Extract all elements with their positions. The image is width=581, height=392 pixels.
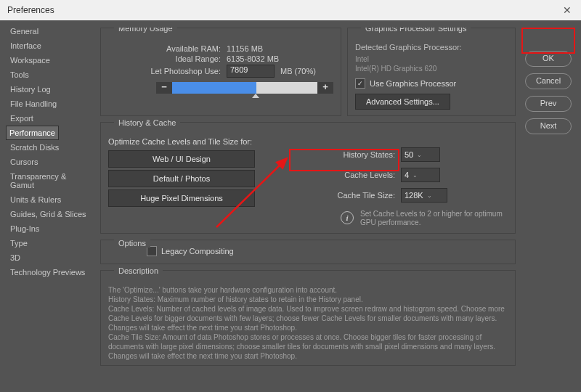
sidebar-item-technology-previews[interactable]: Technology Previews bbox=[6, 265, 92, 279]
memory-usage-group: Memory Usage Available RAM:11156 MB Idea… bbox=[100, 28, 341, 116]
info-icon: i bbox=[341, 211, 354, 224]
preferences-sidebar: General Interface Workspace Tools Histor… bbox=[6, 24, 92, 279]
cache-levels-select[interactable]: 4⌄ bbox=[401, 168, 440, 182]
next-button[interactable]: Next bbox=[525, 118, 572, 134]
cache-levels-label: Cache Levels: bbox=[312, 171, 401, 179]
ok-button[interactable]: OK bbox=[525, 51, 572, 67]
memory-slider[interactable]: − + bbox=[156, 82, 333, 94]
chevron-down-icon: ⌄ bbox=[417, 152, 422, 158]
use-gpu-checkbox[interactable]: ✓ Use Graphics Processor bbox=[355, 78, 456, 89]
sidebar-item-general[interactable]: General bbox=[6, 24, 92, 38]
group-legend: Memory Usage bbox=[114, 28, 177, 33]
slider-minus-button[interactable]: − bbox=[156, 82, 172, 94]
check-icon: ✓ bbox=[355, 78, 365, 89]
gpu-settings-group: Graphics Processor Settings Detected Gra… bbox=[347, 28, 516, 116]
close-icon[interactable]: ✕ bbox=[558, 0, 577, 20]
optimize-default-button[interactable]: Default / Photos bbox=[108, 170, 255, 187]
cache-info-text: Set Cache Levels to 2 or higher for opti… bbox=[360, 210, 505, 227]
group-legend: History & Cache bbox=[114, 118, 180, 127]
slider-plus-button[interactable]: + bbox=[317, 82, 333, 94]
sidebar-item-guides-grid-slices[interactable]: Guides, Grid & Slices bbox=[6, 207, 92, 221]
available-ram-value: 11156 MB bbox=[227, 44, 263, 53]
history-states-label: History States: bbox=[312, 150, 401, 159]
cancel-button[interactable]: Cancel bbox=[525, 73, 572, 89]
detected-gpu-label: Detected Graphics Processor: bbox=[355, 43, 508, 52]
checkbox-empty-icon bbox=[147, 246, 157, 256]
sidebar-item-interface[interactable]: Interface bbox=[6, 38, 92, 53]
chevron-down-icon: ⌄ bbox=[413, 172, 418, 179]
cache-tile-size-select[interactable]: 128K⌄ bbox=[401, 188, 447, 203]
sidebar-item-scratch-disks[interactable]: Scratch Disks bbox=[6, 140, 92, 155]
group-legend: Graphics Processor Settings bbox=[361, 28, 471, 33]
description-group: Description The 'Optimize...' buttons ta… bbox=[100, 270, 516, 366]
prev-button[interactable]: Prev bbox=[525, 96, 572, 112]
sidebar-item-history-log[interactable]: History Log bbox=[6, 82, 92, 97]
title-bar: Preferences ✕ bbox=[0, 0, 581, 20]
dialog-buttons: OK Cancel Prev Next bbox=[525, 51, 570, 141]
slider-marker-icon bbox=[252, 94, 259, 98]
group-legend: Description bbox=[114, 266, 163, 275]
sidebar-item-3d[interactable]: 3D bbox=[6, 250, 92, 265]
sidebar-item-units-rulers[interactable]: Units & Rulers bbox=[6, 192, 92, 207]
memory-use-input[interactable]: 7809 bbox=[227, 65, 275, 78]
sidebar-item-type[interactable]: Type bbox=[6, 236, 92, 250]
sidebar-item-cursors[interactable]: Cursors bbox=[6, 155, 92, 169]
sidebar-item-plug-ins[interactable]: Plug-Ins bbox=[6, 221, 92, 236]
sidebar-item-transparency-gamut[interactable]: Transparency & Gamut bbox=[6, 169, 92, 192]
let-photoshop-use-label: Let Photoshop Use: bbox=[108, 67, 227, 75]
chevron-down-icon: ⌄ bbox=[427, 192, 432, 199]
annotation-box-ok bbox=[521, 28, 575, 54]
group-legend: Options bbox=[114, 239, 150, 248]
optimize-web-button[interactable]: Web / UI Design bbox=[108, 150, 255, 168]
history-states-select[interactable]: 50⌄ bbox=[401, 147, 440, 162]
cache-tile-size-label: Cache Tile Size: bbox=[312, 191, 401, 200]
sidebar-item-performance[interactable]: Performance bbox=[6, 126, 59, 140]
options-group: Options Legacy Compositing bbox=[100, 240, 516, 264]
legacy-compositing-label: Legacy Compositing bbox=[161, 247, 234, 256]
available-ram-label: Available RAM: bbox=[108, 44, 227, 53]
slider-track[interactable] bbox=[172, 82, 317, 94]
sidebar-item-export[interactable]: Export bbox=[6, 111, 92, 126]
description-text: The 'Optimize...' buttons take your hard… bbox=[108, 285, 508, 361]
window-title: Preferences bbox=[7, 5, 54, 15]
sidebar-item-tools[interactable]: Tools bbox=[6, 68, 92, 82]
advanced-settings-button[interactable]: Advanced Settings... bbox=[355, 94, 450, 110]
ideal-range-label: Ideal Range: bbox=[108, 54, 227, 63]
legacy-compositing-checkbox[interactable]: Legacy Compositing bbox=[147, 246, 234, 256]
optimize-label: Optimize Cache Levels and Tile Size for: bbox=[108, 137, 304, 146]
ideal-range-value: 6135-8032 MB bbox=[227, 54, 279, 63]
sidebar-item-file-handling[interactable]: File Handling bbox=[6, 97, 92, 111]
memory-use-suffix: MB (70%) bbox=[280, 67, 316, 75]
detected-gpu-value: IntelIntel(R) HD Graphics 620 bbox=[355, 54, 508, 73]
optimize-huge-button[interactable]: Huge Pixel Dimensions bbox=[108, 189, 255, 207]
use-gpu-label: Use Graphics Processor bbox=[370, 79, 456, 88]
history-cache-group: History & Cache Optimize Cache Levels an… bbox=[100, 122, 516, 234]
sidebar-item-workspace[interactable]: Workspace bbox=[6, 53, 92, 68]
